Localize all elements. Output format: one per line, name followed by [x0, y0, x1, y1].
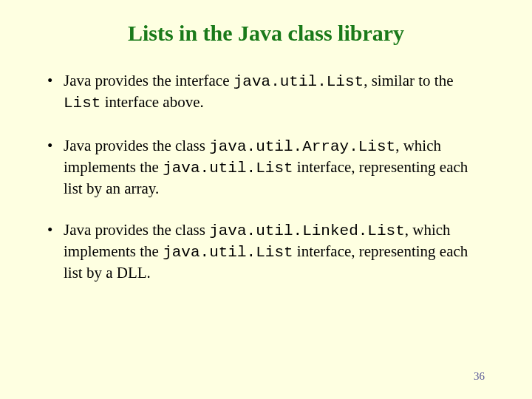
list-item: Java provides the class java.util.Array.…: [44, 136, 488, 199]
code-segment: List: [64, 95, 100, 112]
text-segment: Java provides the class: [64, 137, 209, 154]
slide-title: Lists in the Java class library: [44, 21, 488, 46]
code-segment: java.util.Linked.List: [209, 222, 405, 239]
code-segment: java.util.List: [163, 244, 293, 261]
list-item: Java provides the class java.util.Linked…: [44, 220, 488, 283]
code-segment: java.util.List: [233, 73, 364, 90]
text-segment: Java provides the class: [64, 221, 209, 239]
code-segment: java.util.List: [163, 160, 293, 177]
text-segment: interface above.: [100, 93, 203, 111]
text-segment: , similar to the: [364, 72, 453, 89]
code-segment: java.util.Array.List: [209, 138, 395, 155]
list-item: Java provides the interface java.util.Li…: [44, 71, 488, 114]
page-number: 36: [474, 370, 485, 383]
bullet-list: Java provides the interface java.util.Li…: [44, 71, 488, 283]
text-segment: Java provides the interface: [64, 72, 233, 89]
